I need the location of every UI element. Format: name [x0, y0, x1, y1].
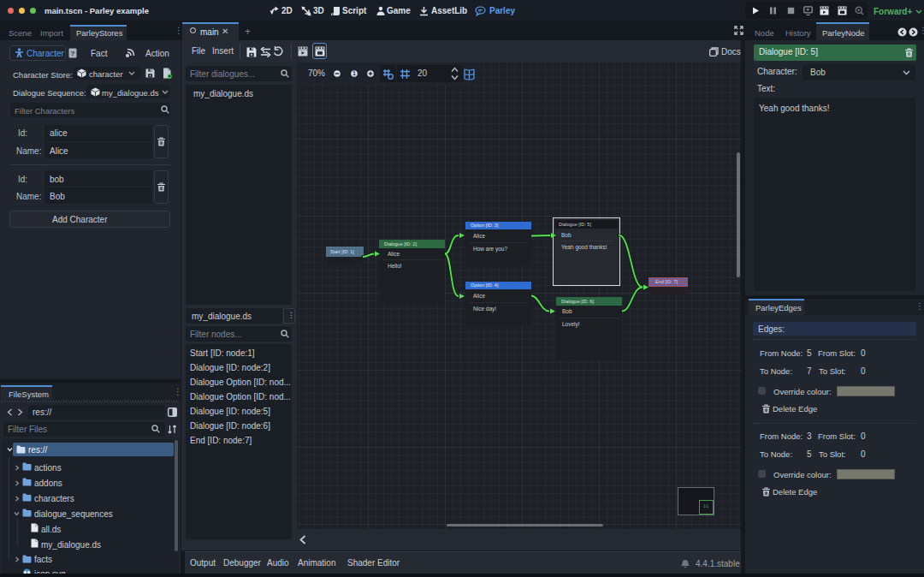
svg-text:?: ?	[71, 50, 75, 57]
svg-text:1: 1	[352, 70, 356, 76]
